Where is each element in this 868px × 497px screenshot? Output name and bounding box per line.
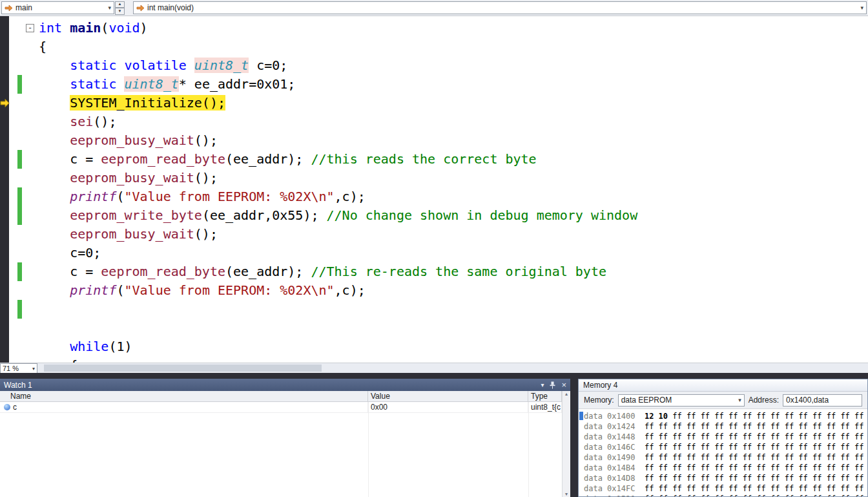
watch-name-cell[interactable]: c [0, 402, 368, 412]
code-line[interactable]: static volatile uint8_t c=0; [0, 56, 868, 75]
memory-space-dropdown[interactable]: data EEPROM ▾ [618, 394, 745, 407]
memory-bytes[interactable]: ff ff ff ff ff ff ff ff ff ff ff ff ff f… [645, 422, 867, 431]
panel-splitter[interactable] [0, 373, 868, 379]
member-dropdown[interactable]: int main(void) ▾ [133, 1, 867, 14]
memory-row[interactable]: data 0x14FC ff ff ff ff ff ff ff ff ff f… [584, 483, 867, 494]
column-header-value[interactable]: Value [368, 391, 528, 401]
memory-bytes[interactable]: ff ff ff ff ff ff ff ff ff ff ff ff ff f… [645, 453, 867, 462]
change-indicator [17, 262, 22, 281]
code-line-text: eeprom_busy_wait(); [39, 132, 218, 148]
code-line[interactable]: sei(); [0, 112, 868, 131]
memory-bytes[interactable]: ff ff ff ff ff ff ff ff ff ff ff ff ff f… [645, 432, 867, 441]
memory-row[interactable]: data 0x1424 ff ff ff ff ff ff ff ff ff f… [584, 421, 867, 432]
memory-row[interactable]: data 0x1520 ff ff ff ff ff ff ff ff ff f… [584, 494, 867, 496]
code-line[interactable]: { [0, 356, 868, 363]
horizontal-scrollbar[interactable] [37, 363, 868, 373]
watch-vertical-scrollbar[interactable]: ▴ ▾ [562, 391, 570, 497]
code-line-text: sei(); [39, 114, 116, 129]
memory-row[interactable]: data 0x146C ff ff ff ff ff ff ff ff ff f… [584, 442, 867, 452]
close-icon[interactable]: × [561, 382, 566, 388]
memory-bytes[interactable]: ff ff ff ff ff ff ff ff ff ff ff ff ff f… [672, 412, 867, 421]
editor-navigation-bar: main ▾ ▲ ▼ int main(void) ▾ [0, 0, 868, 16]
chevron-down-icon: ▾ [738, 397, 741, 403]
code-line[interactable]: SYSTEM_Initialize(); [0, 94, 868, 112]
ide-window: main ▾ ▲ ▼ int main(void) ▾ -int main(vo… [0, 0, 868, 497]
memory-row[interactable]: data 0x14B4 ff ff ff ff ff ff ff ff ff f… [584, 463, 867, 473]
code-line[interactable]: eeprom_busy_wait(); [0, 225, 868, 244]
zoom-dropdown[interactable]: 71 % ▾ [0, 363, 37, 374]
chevron-down-icon: ▾ [860, 5, 863, 11]
memory-bytes[interactable]: ff ff ff ff ff ff ff ff ff ff ff ff ff f… [645, 443, 867, 452]
scope-spinner: ▲ ▼ [115, 1, 125, 15]
bottom-dock: Watch 1 ▾ × Name Value Type c0x00uint8_t… [0, 379, 868, 497]
code-line-text: c = eeprom_read_byte(ee_addr); //This re… [39, 264, 606, 279]
code-line[interactable]: eeprom_busy_wait(); [0, 169, 868, 187]
code-line[interactable]: printf("Value from EEPROM: %02X\n",c); [0, 187, 868, 206]
zoom-value: 71 % [3, 365, 19, 372]
code-line[interactable]: static uint8_t* ee_addr=0x01; [0, 75, 868, 94]
fold-collapse-button[interactable]: - [26, 24, 34, 32]
change-indicator [17, 300, 22, 319]
code-line[interactable]: c=0; [0, 244, 868, 262]
watch-panel: Watch 1 ▾ × Name Value Type c0x00uint8_t… [0, 379, 570, 497]
change-indicator [17, 187, 22, 206]
current-statement-arrow [0, 98, 10, 108]
scope-dropdown[interactable]: main ▾ [1, 1, 114, 14]
scroll-down-icon[interactable]: ▾ [565, 491, 568, 497]
column-separator [528, 402, 529, 497]
watch-rows: c0x00uint8_t{c [0, 402, 562, 497]
goto-arrow-icon [5, 4, 13, 12]
code-line-text: { [39, 357, 78, 363]
window-position-icon[interactable]: ▾ [541, 382, 544, 388]
memory-address: data 0x1424 [584, 422, 635, 431]
column-separator [368, 402, 369, 497]
code-line-text: while(1) [39, 339, 132, 354]
code-line[interactable]: { [0, 37, 868, 56]
code-area: -int main(void){ static volatile uint8_t… [0, 19, 868, 363]
memory-titlebar[interactable]: Memory 4 [579, 379, 867, 392]
code-line[interactable]: eeprom_busy_wait(); [0, 131, 868, 150]
watch-row[interactable]: c0x00uint8_t{c [0, 402, 562, 413]
address-label: Address: [749, 396, 779, 405]
memory-panel: Memory 4 Memory: data EEPROM ▾ Address: … [578, 379, 868, 497]
memory-title: Memory 4 [583, 381, 617, 390]
scrollbar-thumb[interactable] [44, 365, 322, 372]
memory-toolbar: Memory: data EEPROM ▾ Address: [579, 392, 867, 409]
address-input[interactable] [783, 394, 862, 407]
code-line[interactable] [0, 319, 868, 337]
code-line-text: eeprom_write_byte(ee_addr,0x55); //No ch… [39, 207, 637, 223]
code-line[interactable]: c = eeprom_read_byte(ee_addr); //This re… [0, 262, 868, 281]
watch-value-cell[interactable]: 0x00 [368, 402, 528, 412]
watch-type-cell: uint8_t{c [528, 402, 562, 412]
memory-row[interactable]: data 0x1490 ff ff ff ff ff ff ff ff ff f… [584, 452, 867, 463]
memory-row[interactable]: data 0x1448 ff ff ff ff ff ff ff ff ff f… [584, 432, 867, 442]
memory-bytes[interactable]: ff ff ff ff ff ff ff ff ff ff ff ff ff f… [645, 474, 867, 483]
code-line-text: { [39, 39, 46, 54]
code-line[interactable]: eeprom_write_byte(ee_addr,0x55); //No ch… [0, 206, 868, 225]
code-line[interactable]: while(1) [0, 337, 868, 356]
memory-changed-bytes[interactable]: 12 10 [645, 412, 672, 421]
column-header-name[interactable]: Name [0, 391, 368, 401]
watch-title: Watch 1 [4, 381, 32, 390]
memory-bytes[interactable]: ff ff ff ff ff ff ff ff ff ff ff ff ff f… [645, 463, 867, 472]
memory-bytes[interactable]: ff ff ff ff ff ff ff ff ff ff ff ff ff f… [645, 494, 867, 496]
pin-icon[interactable] [550, 381, 555, 389]
memory-row[interactable]: data 0x14D8 ff ff ff ff ff ff ff ff ff f… [584, 473, 867, 483]
chevron-down-icon: ▾ [32, 366, 35, 372]
spin-up-button[interactable]: ▲ [115, 1, 125, 8]
memory-address: data 0x14B4 [584, 463, 635, 472]
code-line[interactable]: c = eeprom_read_byte(ee_addr); //this re… [0, 150, 868, 169]
code-line[interactable]: -int main(void) [0, 19, 868, 37]
code-line[interactable] [0, 300, 868, 319]
spin-down-button[interactable]: ▼ [115, 8, 125, 15]
code-line[interactable]: printf("Value from EEPROM: %02X\n",c); [0, 281, 868, 300]
column-header-type[interactable]: Type [528, 391, 562, 401]
watch-titlebar[interactable]: Watch 1 ▾ × [0, 379, 570, 391]
scroll-up-icon[interactable]: ▴ [565, 391, 568, 397]
code-editor: -int main(void){ static volatile uint8_t… [0, 16, 868, 363]
memory-row[interactable]: data 0x1400 12 10 ff ff ff ff ff ff ff f… [584, 411, 867, 421]
memory-bytes[interactable]: ff ff ff ff ff ff ff ff ff ff ff ff ff f… [645, 484, 867, 493]
memory-address: data 0x1520 [584, 494, 635, 496]
code-line-text: int main(void) [39, 20, 148, 36]
watch-column-headers: Name Value Type [0, 391, 562, 402]
